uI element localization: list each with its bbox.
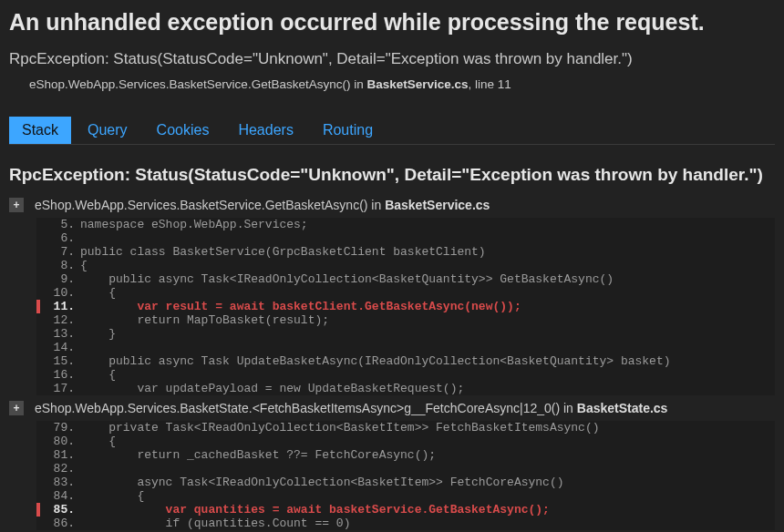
line-number: 17. xyxy=(40,382,80,395)
line-number: 12. xyxy=(40,313,80,327)
line-number: 13. xyxy=(40,327,80,341)
frame-file: BasketState.cs xyxy=(577,401,668,415)
tab-routing[interactable]: Routing xyxy=(310,117,386,144)
code-line: 82. xyxy=(36,462,775,476)
tab-headers[interactable]: Headers xyxy=(225,117,305,144)
code-text: public async Task<IReadOnlyCollection<Ba… xyxy=(80,272,775,286)
line-number: 83. xyxy=(40,476,80,489)
code-line: 10. { xyxy=(36,286,775,300)
code-text: { xyxy=(80,286,775,300)
code-line: 81. return _cachedBasket ??= FetchCoreAs… xyxy=(36,448,775,462)
line-number: 86. xyxy=(40,517,80,530)
tab-stack[interactable]: Stack xyxy=(9,117,71,144)
code-line: 13. } xyxy=(36,327,775,341)
code-line: 86. if (quantities.Count == 0) xyxy=(36,517,775,530)
code-text: public async Task UpdateBasketAsync(IRea… xyxy=(80,354,775,368)
top-frame-file: BasketService.cs xyxy=(366,77,468,91)
line-number: 10. xyxy=(40,286,80,300)
code-text: if (quantities.Count == 0) xyxy=(80,517,775,530)
code-line: 8.{ xyxy=(36,259,775,272)
top-frame-method: eShop.WebApp.Services.BasketService.GetB… xyxy=(29,77,366,91)
code-text: var result = await basketClient.GetBaske… xyxy=(80,300,775,313)
code-line: 80. { xyxy=(36,435,775,448)
line-number: 79. xyxy=(40,421,80,435)
code-line: 5.namespace eShop.WebApp.Services; xyxy=(36,218,775,231)
code-block: 79. private Task<IReadOnlyCollection<Bas… xyxy=(36,421,775,530)
line-number: 81. xyxy=(40,448,80,462)
line-number: 16. xyxy=(40,368,80,382)
code-text: } xyxy=(80,327,775,341)
line-number: 82. xyxy=(40,462,80,476)
line-number: 7. xyxy=(40,245,80,259)
line-number: 9. xyxy=(40,272,80,286)
page-title: An unhandled exception occurred while pr… xyxy=(9,9,775,36)
expand-button[interactable]: + xyxy=(9,401,24,415)
exception-summary: RpcException: Status(StatusCode="Unknown… xyxy=(9,50,775,68)
tab-bar: StackQueryCookiesHeadersRouting xyxy=(9,117,775,145)
code-text: { xyxy=(80,259,775,272)
frame-header[interactable]: eShop.WebApp.Services.BasketState.<Fetch… xyxy=(29,401,667,415)
stack-frames-container: +eShop.WebApp.Services.BasketService.Get… xyxy=(9,198,775,530)
code-line: 7.public class BasketService(GrpcBasketC… xyxy=(36,245,775,259)
code-text: async Task<IReadOnlyCollection<BasketIte… xyxy=(80,476,775,489)
code-line: 17. var updatePayload = new UpdateBasket… xyxy=(36,382,775,395)
top-frame-suffix: , line 11 xyxy=(469,77,511,91)
line-number: 80. xyxy=(40,435,80,448)
code-line: 14. xyxy=(36,341,775,354)
code-line: 12. return MapToBasket(result); xyxy=(36,313,775,327)
code-line: 84. { xyxy=(36,489,775,503)
code-line-highlight: 11. var result = await basketClient.GetB… xyxy=(36,300,775,313)
tab-cookies[interactable]: Cookies xyxy=(144,117,222,144)
line-number: 85. xyxy=(40,503,80,517)
code-text: private Task<IReadOnlyCollection<BasketI… xyxy=(80,421,775,435)
tab-query[interactable]: Query xyxy=(75,117,140,144)
line-number: 11. xyxy=(40,300,80,313)
code-text: { xyxy=(80,489,775,503)
frame-header[interactable]: eShop.WebApp.Services.BasketService.GetB… xyxy=(29,198,490,212)
line-number: 15. xyxy=(40,354,80,368)
line-number: 14. xyxy=(40,341,80,354)
code-text: { xyxy=(80,435,775,448)
stack-frame: +eShop.WebApp.Services.BasketService.Get… xyxy=(9,198,775,395)
code-block: 5.namespace eShop.WebApp.Services;6.7.pu… xyxy=(36,218,775,395)
code-line: 83. async Task<IReadOnlyCollection<Baske… xyxy=(36,476,775,489)
code-line-highlight: 85. var quantities = await basketService… xyxy=(36,503,775,517)
line-number: 6. xyxy=(40,231,80,245)
code-text: { xyxy=(80,368,775,382)
code-line: 6. xyxy=(36,231,775,245)
line-number: 8. xyxy=(40,259,80,272)
frame-method: eShop.WebApp.Services.BasketState.<Fetch… xyxy=(35,401,577,415)
code-line: 16. { xyxy=(36,368,775,382)
code-text: return _cachedBasket ??= FetchCoreAsync(… xyxy=(80,448,775,462)
code-line: 79. private Task<IReadOnlyCollection<Bas… xyxy=(36,421,775,435)
code-text: namespace eShop.WebApp.Services; xyxy=(80,218,775,231)
code-line: 9. public async Task<IReadOnlyCollection… xyxy=(36,272,775,286)
top-stack-frame: eShop.WebApp.Services.BasketService.GetB… xyxy=(9,77,775,91)
expand-button[interactable]: + xyxy=(9,198,24,212)
line-number: 84. xyxy=(40,489,80,503)
frame-method: eShop.WebApp.Services.BasketService.GetB… xyxy=(35,198,385,212)
line-number: 5. xyxy=(40,218,80,231)
code-text: var updatePayload = new UpdateBasketRequ… xyxy=(80,382,775,395)
stack-frame: +eShop.WebApp.Services.BasketState.<Fetc… xyxy=(9,401,775,530)
code-line: 15. public async Task UpdateBasketAsync(… xyxy=(36,354,775,368)
code-text: public class BasketService(GrpcBasketCli… xyxy=(80,245,775,259)
code-text: var quantities = await basketService.Get… xyxy=(80,503,775,517)
frame-file: BasketService.cs xyxy=(385,198,490,212)
code-text: return MapToBasket(result); xyxy=(80,313,775,327)
exception-detail-heading: RpcException: Status(StatusCode="Unknown… xyxy=(9,165,775,185)
